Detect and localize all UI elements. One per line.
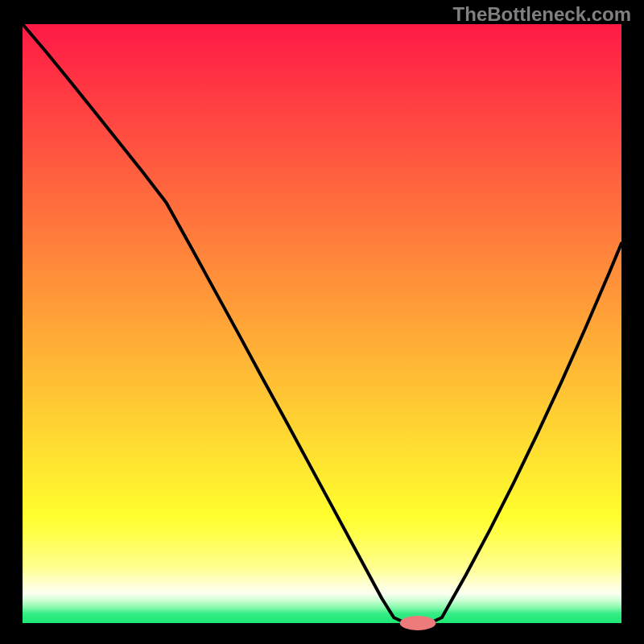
chart-frame: TheBottleneck.com — [0, 0, 644, 644]
bottleneck-chart — [0, 0, 644, 644]
optimum-marker — [400, 616, 436, 630]
plot-background — [23, 24, 621, 623]
